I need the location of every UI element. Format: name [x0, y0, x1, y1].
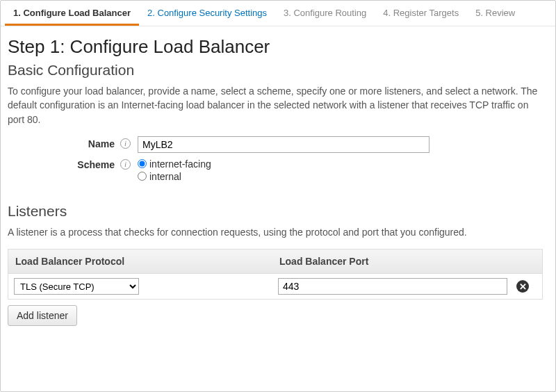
step-targets[interactable]: 4. Register Targets — [375, 1, 467, 26]
col-port-header: Load Balancer Port — [272, 250, 514, 273]
scheme-internal-radio[interactable] — [138, 172, 147, 181]
name-input[interactable] — [138, 136, 430, 153]
table-header: Load Balancer Protocol Load Balancer Por… — [8, 250, 542, 274]
step-review[interactable]: 5. Review — [467, 1, 523, 26]
basic-config-heading: Basic Configuration — [8, 62, 543, 79]
table-row: TLS (Secure TCP) ✕ — [8, 274, 542, 299]
scheme-label: Scheme — [8, 157, 119, 170]
listeners-description: A listener is a process that checks for … — [8, 225, 543, 239]
row-scheme: Scheme i internet-facing internal — [8, 157, 543, 183]
port-input[interactable] — [278, 278, 507, 295]
scheme-internal-label: internal — [149, 171, 181, 182]
page-title: Step 1: Configure Load Balancer — [8, 36, 543, 58]
step-security[interactable]: 2. Configure Security Settings — [139, 1, 275, 26]
row-name: Name i — [8, 136, 543, 153]
col-protocol-header: Load Balancer Protocol — [8, 250, 272, 273]
step-configure-lb[interactable]: 1. Configure Load Balancer — [5, 1, 139, 26]
content-scroll[interactable]: Step 1: Configure Load Balancer Basic Co… — [1, 26, 555, 389]
step-routing[interactable]: 3. Configure Routing — [275, 1, 375, 26]
basic-config-description: To configure your load balancer, provide… — [8, 84, 543, 126]
listeners-table: Load Balancer Protocol Load Balancer Por… — [8, 249, 543, 300]
info-icon[interactable]: i — [120, 159, 131, 170]
scheme-internet-radio[interactable] — [138, 159, 147, 168]
wizard-steps: 1. Configure Load Balancer 2. Configure … — [1, 1, 555, 26]
scheme-internet-label: internet-facing — [149, 158, 211, 170]
name-label: Name — [8, 136, 119, 149]
remove-listener-icon[interactable]: ✕ — [516, 280, 529, 293]
info-icon[interactable]: i — [120, 138, 131, 149]
add-listener-button[interactable]: Add listener — [8, 305, 77, 326]
listeners-heading: Listeners — [8, 203, 543, 220]
protocol-select[interactable]: TLS (Secure TCP) — [14, 278, 139, 295]
